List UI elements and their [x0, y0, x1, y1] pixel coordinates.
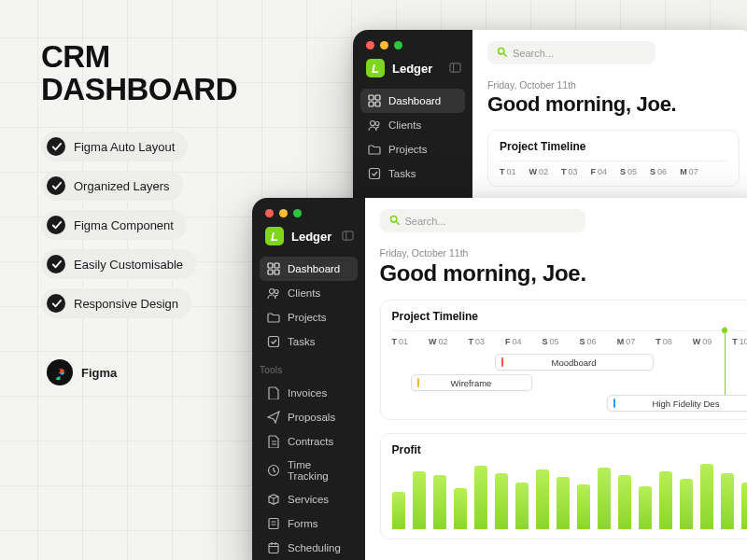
min-dot[interactable] — [279, 209, 288, 217]
timeline-card: Project Timeline T01W02T03F04S05S06M07T0… — [380, 300, 748, 420]
window-controls[interactable] — [252, 198, 365, 227]
profit-card: Profit — [380, 433, 748, 539]
bar-label: Wireframe — [451, 378, 492, 388]
sidebar-item-label: Proposals — [288, 412, 335, 423]
axis-tick: S05 — [620, 167, 637, 176]
sidebar-item-scheduling[interactable]: Scheduling — [260, 536, 358, 560]
timeline-rows: Moodboard Wireframe High Fidelity Des — [392, 354, 748, 410]
timeline-bar-hifi[interactable]: High Fidelity Des — [607, 395, 748, 412]
sidebar-item-label: Forms — [288, 518, 318, 529]
timeline-title: Project Timeline — [392, 310, 748, 323]
promo-panel: CRM DASHBOARD Figma Auto LayoutOrganized… — [41, 41, 284, 391]
brand-name: Ledger — [392, 62, 432, 76]
sidebar: L Ledger DashboardClientsProjectsTasks — [353, 30, 472, 207]
bar-marker — [613, 399, 615, 408]
sidebar-item-projects[interactable]: Projects — [260, 305, 358, 329]
axis-tick: M07 — [617, 337, 636, 346]
app-window-back: L Ledger DashboardClientsProjectsTasks S… — [353, 30, 747, 207]
profit-bar — [741, 483, 748, 529]
check-icon — [368, 167, 381, 180]
feature-pill: Organized Layers — [41, 171, 183, 201]
sidebar-item-label: Projects — [288, 312, 327, 323]
profit-bar — [557, 477, 570, 529]
figma-badge: Figma — [41, 354, 130, 391]
sidebar-item-clients[interactable]: Clients — [360, 113, 465, 137]
brand-logo: L — [265, 227, 284, 245]
profit-bar — [700, 464, 713, 529]
greeting: Good morning, Joe. — [380, 260, 748, 287]
feature-label: Figma Auto Layout — [74, 140, 175, 154]
bar-label: High Fidelity Des — [653, 399, 720, 409]
brand-logo: L — [366, 59, 385, 77]
users-icon — [267, 287, 280, 300]
axis-tick: T01 — [392, 337, 409, 346]
check-icon — [47, 216, 65, 234]
search-icon — [497, 47, 507, 59]
window-controls[interactable] — [353, 30, 472, 59]
profit-bar — [721, 473, 734, 529]
feature-pill: Figma Auto Layout — [41, 132, 188, 161]
profit-bar — [598, 468, 611, 529]
check-icon — [47, 294, 65, 313]
profit-bar — [474, 466, 487, 529]
panel-toggle-icon[interactable] — [449, 62, 461, 76]
calendar-icon — [267, 541, 280, 554]
sidebar-item-proposals[interactable]: Proposals — [260, 405, 358, 429]
figma-icon — [47, 359, 73, 385]
sidebar-item-tasks[interactable]: Tasks — [260, 329, 358, 354]
close-dot[interactable] — [366, 41, 374, 49]
bar-marker — [417, 378, 419, 387]
sidebar-item-tasks[interactable]: Tasks — [360, 161, 465, 186]
doc-icon — [267, 386, 280, 399]
profit-bar — [618, 475, 631, 529]
app-window-front: L Ledger DashboardClientsProjectsTasks T… — [252, 198, 747, 560]
profit-bar — [495, 473, 508, 529]
folder-icon — [267, 311, 280, 324]
axis-tick: F04 — [505, 337, 522, 346]
panel-toggle-icon[interactable] — [342, 230, 354, 244]
sidebar-item-services[interactable]: Services — [260, 487, 358, 511]
bar-label: Moodboard — [551, 357, 596, 368]
profit-bar — [639, 486, 652, 529]
sidebar-item-label: Tasks — [288, 336, 315, 347]
profit-bar — [680, 479, 693, 529]
search-input[interactable]: Search... — [487, 41, 655, 64]
search-input[interactable]: Search... — [380, 209, 585, 232]
sidebar-item-invoices[interactable]: Invoices — [260, 381, 358, 405]
profit-bar — [577, 484, 590, 529]
feature-label: Responsive Design — [74, 297, 178, 311]
users-icon — [368, 119, 381, 132]
profit-bar — [536, 469, 549, 529]
min-dot[interactable] — [380, 41, 388, 49]
profit-bar — [392, 492, 405, 529]
close-dot[interactable] — [265, 209, 274, 217]
timeline-bar-moodboard[interactable]: Moodboard — [495, 354, 654, 371]
timeline-axis: T01W02T03F04S05S06M07T08W09T10F11 — [392, 330, 748, 346]
brand-row: L Ledger — [353, 59, 472, 87]
sidebar-item-forms[interactable]: Forms — [260, 511, 358, 536]
timeline-card: Project Timeline T01W02T03F04S05S06M07 — [487, 130, 740, 187]
sidebar: L Ledger DashboardClientsProjectsTasks T… — [252, 198, 365, 560]
timeline-bar-wireframe[interactable]: Wireframe — [411, 374, 532, 391]
sidebar-item-label: Dashboard — [388, 95, 441, 106]
brand-row: L Ledger — [252, 227, 365, 255]
max-dot[interactable] — [394, 41, 402, 49]
sidebar-item-dashboard[interactable]: Dashboard — [260, 257, 358, 281]
profit-bar — [515, 483, 529, 529]
max-dot[interactable] — [293, 209, 302, 217]
check-icon — [47, 255, 65, 273]
sidebar-item-clients[interactable]: Clients — [260, 281, 358, 305]
timeline-title: Project Timeline — [500, 140, 727, 153]
sidebar-item-label: Scheduling — [288, 542, 341, 553]
profit-bars — [392, 464, 748, 529]
timeline-axis: T01W02T03F04S05S06M07 — [500, 161, 727, 176]
sidebar-item-label: Services — [288, 494, 329, 505]
profit-bar — [454, 488, 467, 529]
sidebar-item-projects[interactable]: Projects — [360, 137, 465, 161]
axis-tick: F04 — [591, 167, 608, 176]
main-pane: Search... Friday, October 11th Good morn… — [472, 30, 747, 207]
sidebar-item-contracts[interactable]: Contracts — [260, 429, 358, 454]
sidebar-item-time-tracking[interactable]: Time Tracking — [260, 454, 358, 487]
sidebar-item-dashboard[interactable]: Dashboard — [360, 89, 465, 113]
axis-tick: T03 — [561, 167, 578, 176]
